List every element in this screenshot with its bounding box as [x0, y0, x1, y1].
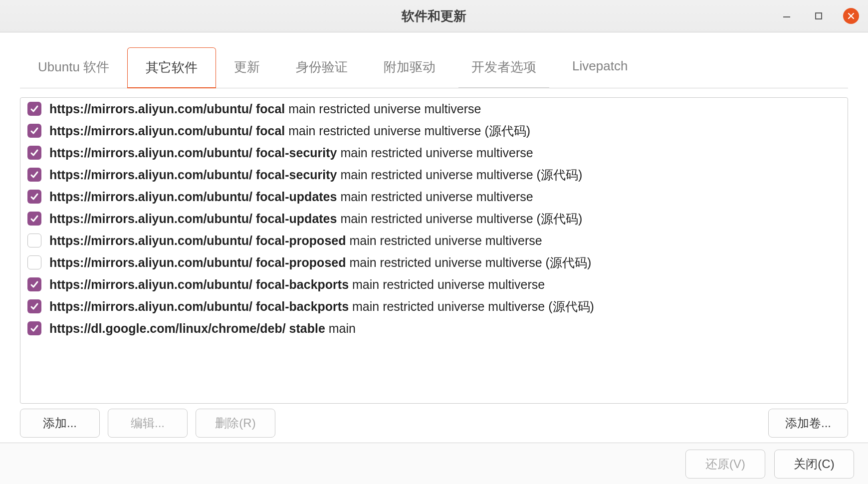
tabs: Ubuntu 软件其它软件更新身份验证附加驱动开发者选项Livepatch — [20, 47, 848, 88]
minimize-icon — [782, 11, 792, 21]
source-checkbox[interactable] — [27, 102, 41, 116]
close-button[interactable] — [843, 8, 859, 24]
tab-0[interactable]: Ubuntu 软件 — [20, 47, 127, 88]
source-row[interactable]: https://mirrors.aliyun.com/ubuntu/ focal… — [20, 208, 848, 230]
source-row[interactable]: https://mirrors.aliyun.com/ubuntu/ focal… — [20, 120, 848, 142]
source-checkbox[interactable] — [27, 146, 41, 160]
source-list[interactable]: https://mirrors.aliyun.com/ubuntu/ focal… — [20, 97, 848, 404]
source-checkbox[interactable] — [27, 299, 41, 313]
content: Ubuntu 软件其它软件更新身份验证附加驱动开发者选项Livepatch ht… — [0, 32, 868, 443]
window-controls — [779, 0, 859, 32]
tab-1[interactable]: 其它软件 — [127, 47, 216, 88]
source-label: https://mirrors.aliyun.com/ubuntu/ focal… — [49, 167, 582, 182]
source-label: https://mirrors.aliyun.com/ubuntu/ focal… — [49, 277, 545, 292]
source-checkbox[interactable] — [27, 212, 41, 226]
remove-button[interactable]: 删除(R) — [196, 409, 275, 438]
source-checkbox[interactable] — [27, 321, 41, 335]
source-label: https://dl.google.com/linux/chrome/deb/ … — [49, 321, 356, 336]
edit-button[interactable]: 编辑... — [108, 409, 188, 438]
source-checkbox[interactable] — [27, 190, 41, 204]
source-row[interactable]: https://mirrors.aliyun.com/ubuntu/ focal… — [20, 98, 848, 120]
source-row[interactable]: https://mirrors.aliyun.com/ubuntu/ focal… — [20, 164, 848, 186]
source-label: https://mirrors.aliyun.com/ubuntu/ focal… — [49, 255, 591, 270]
source-label: https://mirrors.aliyun.com/ubuntu/ focal… — [49, 299, 594, 314]
source-row[interactable]: https://mirrors.aliyun.com/ubuntu/ focal… — [20, 251, 848, 273]
source-row[interactable]: https://dl.google.com/linux/chrome/deb/ … — [20, 317, 848, 339]
close-dialog-button[interactable]: 关闭(C) — [774, 450, 854, 479]
source-label: https://mirrors.aliyun.com/ubuntu/ focal… — [49, 211, 582, 226]
source-checkbox[interactable] — [27, 234, 41, 247]
maximize-button[interactable] — [811, 8, 826, 23]
tab-4[interactable]: 附加驱动 — [366, 47, 453, 88]
source-checkbox[interactable] — [27, 168, 41, 182]
tab-2[interactable]: 更新 — [216, 47, 278, 88]
tab-6[interactable]: Livepatch — [554, 47, 646, 88]
footer: 还原(V) 关闭(C) — [0, 443, 868, 484]
add-volume-button[interactable]: 添加卷... — [768, 409, 848, 438]
spacer — [283, 409, 760, 438]
list-toolbar: 添加... 编辑... 删除(R) 添加卷... — [20, 409, 848, 438]
source-row[interactable]: https://mirrors.aliyun.com/ubuntu/ focal… — [20, 186, 848, 208]
source-label: https://mirrors.aliyun.com/ubuntu/ focal… — [49, 123, 530, 138]
revert-button[interactable]: 还原(V) — [685, 450, 765, 479]
tab-3[interactable]: 身份验证 — [278, 47, 366, 88]
source-label: https://mirrors.aliyun.com/ubuntu/ focal… — [49, 233, 542, 248]
source-checkbox[interactable] — [27, 277, 41, 291]
source-label: https://mirrors.aliyun.com/ubuntu/ focal… — [49, 189, 533, 204]
source-label: https://mirrors.aliyun.com/ubuntu/ focal… — [49, 101, 481, 116]
source-row[interactable]: https://mirrors.aliyun.com/ubuntu/ focal… — [20, 142, 848, 164]
add-button[interactable]: 添加... — [20, 409, 100, 438]
window-title: 软件和更新 — [0, 7, 868, 25]
source-row[interactable]: https://mirrors.aliyun.com/ubuntu/ focal… — [20, 295, 848, 317]
titlebar: 软件和更新 — [0, 0, 868, 32]
source-label: https://mirrors.aliyun.com/ubuntu/ focal… — [49, 145, 533, 160]
source-checkbox[interactable] — [27, 124, 41, 138]
close-icon — [847, 12, 855, 20]
source-checkbox[interactable] — [27, 255, 41, 269]
maximize-icon — [814, 11, 823, 20]
minimize-button[interactable] — [779, 8, 794, 23]
source-row[interactable]: https://mirrors.aliyun.com/ubuntu/ focal… — [20, 230, 848, 251]
svg-rect-1 — [816, 13, 822, 19]
source-row[interactable]: https://mirrors.aliyun.com/ubuntu/ focal… — [20, 273, 848, 295]
tab-5[interactable]: 开发者选项 — [453, 47, 554, 88]
